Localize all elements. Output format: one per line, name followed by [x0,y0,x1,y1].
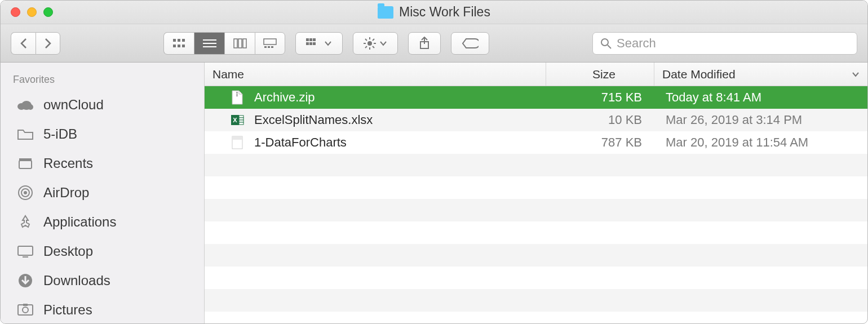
gallery-view-button[interactable] [255,32,285,55]
search-icon [600,37,612,50]
file-date: Mar 20, 2019 at 11:54 AM [666,135,808,150]
file-name: 1-DataForCharts [254,135,347,150]
share-button[interactable] [408,32,441,55]
file-icon [231,135,244,150]
svg-rect-50 [236,92,238,93]
empty-row [205,221,867,244]
sidebar-item-applications[interactable]: Applications [1,207,204,237]
desktop-icon [16,243,34,259]
empty-row [205,154,867,176]
svg-rect-4 [178,45,180,47]
sidebar-item-label: Applications [43,214,116,230]
owncloud-icon [16,97,34,113]
svg-line-27 [365,39,367,41]
titlebar: Misc Work Files [1,1,867,24]
window-title: Misc Work Files [399,5,490,20]
file-listing: Name Size Date Modified Archive.zip715 K… [205,63,867,323]
search-input[interactable] [617,36,850,51]
svg-rect-17 [309,38,312,41]
sidebar-item-owncloud[interactable]: ownCloud [1,90,204,119]
pictures-icon [16,302,34,318]
sidebar-item-pictures[interactable]: Pictures [1,295,204,323]
sidebar-item-label: Recents [43,156,93,171]
svg-rect-9 [234,39,237,48]
file-size: 787 KB [601,135,642,150]
svg-line-30 [373,39,374,41]
action-menu-button[interactable] [353,32,398,55]
sidebar-item-airdrop[interactable]: AirDrop [1,178,204,207]
airdrop-icon [16,185,34,201]
chevron-down-icon [852,72,860,77]
column-view-button[interactable] [224,32,255,55]
back-button[interactable] [11,32,36,55]
svg-point-37 [28,104,33,110]
file-name: ExcelSplitNames.xlsx [254,113,373,127]
toolbar [1,24,867,63]
svg-rect-19 [306,42,309,45]
zip-icon [231,90,244,105]
empty-row [205,312,867,323]
file-date: Today at 8:41 AM [666,90,761,105]
sidebar-section-header: Favorites [1,70,204,90]
empty-row [205,199,867,221]
svg-rect-60 [232,136,242,140]
empty-row [205,267,867,289]
sidebar-item-downloads[interactable]: Downloads [1,266,204,295]
svg-rect-58 [239,122,243,125]
svg-rect-18 [313,38,316,41]
svg-rect-52 [236,95,238,96]
file-size: 715 KB [601,90,642,105]
svg-rect-6 [203,39,216,41]
sidebar-item-recents[interactable]: Recents [1,149,204,178]
file-row[interactable]: Archive.zip715 KBToday at 8:41 AM [205,86,867,109]
svg-rect-51 [236,94,238,95]
svg-rect-0 [173,39,176,42]
svg-line-34 [608,45,611,48]
svg-rect-1 [178,39,180,42]
search-field[interactable] [592,32,857,55]
file-name: Archive.zip [254,90,315,105]
file-row[interactable]: 1-DataForCharts787 KBMar 20, 2019 at 11:… [205,131,867,154]
svg-rect-39 [19,158,32,161]
sidebar-item-5-idb[interactable]: 5-iDB [1,119,204,149]
svg-rect-15 [271,46,273,48]
sidebar-item-label: 5-iDB [43,126,77,142]
tags-button[interactable] [451,32,489,55]
svg-point-33 [601,39,608,46]
icon-view-button[interactable] [163,32,194,55]
downloads-icon [16,273,34,289]
file-row[interactable]: XExcelSplitNames.xlsx10 KBMar 26, 2019 a… [205,109,867,131]
svg-rect-43 [18,246,33,255]
column-size[interactable]: Size [546,63,654,86]
main-area: Favorites ownCloud5-iDBRecentsAirDropApp… [1,63,867,323]
svg-rect-56 [239,118,243,120]
sidebar-item-label: ownCloud [43,97,104,113]
zoom-window-button[interactable] [43,7,53,17]
svg-rect-49 [23,304,28,306]
sidebar-item-label: Desktop [43,243,93,259]
recents-icon [16,156,34,171]
svg-rect-7 [203,43,216,44]
svg-point-48 [23,307,28,313]
svg-line-28 [373,46,374,48]
svg-rect-10 [238,39,242,48]
svg-rect-57 [239,120,243,122]
list-view-button[interactable] [194,32,224,55]
svg-rect-2 [182,39,185,42]
column-date-modified[interactable]: Date Modified [654,63,867,86]
sidebar-item-label: Pictures [43,302,92,318]
close-window-button[interactable] [11,7,20,17]
svg-rect-55 [239,116,243,118]
nav-group [11,32,60,55]
svg-rect-38 [19,161,32,168]
svg-rect-14 [268,46,270,48]
file-size: 10 KB [608,113,642,127]
minimize-window-button[interactable] [27,7,37,17]
sidebar-item-label: Downloads [43,273,110,289]
view-mode-group [163,32,285,55]
sidebar-item-desktop[interactable]: Desktop [1,237,204,266]
forward-button[interactable] [36,32,60,55]
group-by-button[interactable] [295,32,343,55]
svg-rect-12 [264,39,276,45]
column-name[interactable]: Name [205,63,546,86]
